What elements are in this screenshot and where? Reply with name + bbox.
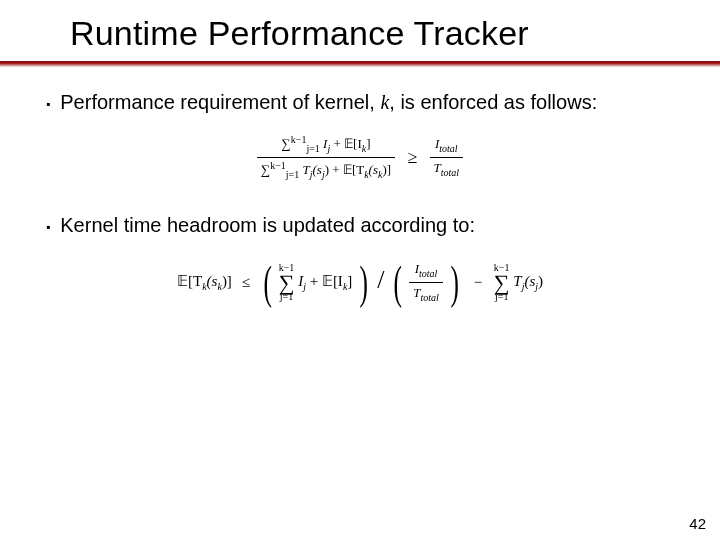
eq1-relation: ≥	[399, 147, 425, 168]
eq2-ratio: Itotal Ttotal	[409, 261, 443, 304]
bullet-2-text: Kernel time headroom is updated accordin…	[60, 212, 674, 239]
ETk2-close: )]	[222, 273, 232, 289]
page-number: 42	[689, 515, 706, 532]
ETk2: 𝔼[T	[177, 273, 202, 289]
eq2-group1: k−1 ∑ j=1 Ij + 𝔼[Ik]	[279, 263, 353, 303]
bullet-marker: ▪	[46, 96, 50, 112]
eq2-minus: −	[466, 274, 490, 291]
equation-1: ∑k−1j=1 Ij + 𝔼[Ik] ∑k−1j=1 Tj(sj) + 𝔼[Tk…	[46, 134, 674, 182]
lparen-1: (	[263, 263, 271, 302]
rparen-1: )	[360, 263, 368, 302]
eq2-last: Tj(sj)	[513, 273, 543, 292]
Ttot2-sub: total	[420, 292, 438, 303]
ETk2-arg: (s	[207, 273, 218, 289]
slide: Runtime Performance Tracker ▪ Performanc…	[0, 0, 720, 540]
eq2-relation: ≤	[236, 274, 256, 291]
EIk2: 𝔼[I	[322, 273, 343, 289]
sub: j=1	[306, 143, 319, 154]
sigma-glyph: ∑	[279, 273, 295, 293]
sub2: j=1	[286, 169, 299, 180]
bullet-2: ▪ Kernel time headroom is updated accord…	[46, 212, 674, 239]
ETk-close: )]	[382, 163, 391, 178]
bullet-1-var: k	[380, 91, 389, 113]
bullet-1-prefix: Performance requirement of kernel,	[60, 91, 380, 113]
bullet-1-suffix: , is enforced as follows:	[389, 91, 597, 113]
Ttot: T	[434, 160, 441, 175]
Tj2-close: )	[538, 273, 543, 289]
rparen-2: )	[450, 263, 458, 302]
Tj-close: )	[325, 163, 329, 178]
Tj2: T	[513, 273, 521, 289]
sigma-1: k−1 ∑ j=1	[279, 263, 295, 303]
lparen-2: (	[394, 263, 402, 302]
eq1-left-fraction: ∑k−1j=1 Ij + 𝔼[Ik] ∑k−1j=1 Tj(sj) + 𝔼[Tk…	[257, 134, 395, 182]
Tj2-arg: (s	[524, 273, 535, 289]
slide-title: Runtime Performance Tracker	[0, 0, 720, 61]
Ij2-sub: j	[303, 281, 306, 292]
ETk: 𝔼[T	[343, 163, 364, 178]
eq2-divide-slash: /	[375, 265, 386, 295]
eq1-numerator: ∑k−1j=1 Ij + 𝔼[Ik]	[257, 134, 395, 158]
sigma-2: k−1 ∑ j=1	[494, 263, 510, 303]
eq1-rden: Ttotal	[430, 158, 464, 179]
Tj-arg: (s	[313, 163, 322, 178]
EIk2-close: ]	[347, 273, 352, 289]
eq2-ratio-num: Itotal	[409, 261, 443, 283]
bullet-1: ▪ Performance requirement of kernel, k, …	[46, 89, 674, 116]
ETk-arg: (s	[369, 163, 378, 178]
Itot2-sub: total	[419, 267, 437, 278]
sup2: k−1	[270, 160, 286, 171]
EIk-close: ]	[366, 136, 370, 151]
Ij-sub: j	[327, 143, 330, 154]
bullet-1-text: Performance requirement of kernel, k, is…	[60, 89, 674, 116]
bullet-marker-2: ▪	[46, 219, 50, 235]
sigma-glyph-2: ∑	[494, 273, 510, 293]
eq1-right-fraction: Itotal Ttotal	[430, 136, 464, 179]
Ttot-sub: total	[441, 167, 459, 178]
eq1-denominator: ∑k−1j=1 Tj(sj) + 𝔼[Tk(sk)]	[257, 158, 395, 181]
Tj: T	[303, 163, 310, 178]
sup: k−1	[291, 134, 307, 145]
eq1-rnum: Itotal	[430, 136, 464, 158]
s1b: j=1	[279, 292, 295, 302]
s2b: j=1	[494, 292, 510, 302]
Itot-sub: total	[439, 143, 457, 154]
eq2-ratio-den: Ttotal	[409, 283, 443, 304]
eq2-lhs: 𝔼[Tk(sk)]	[177, 272, 232, 292]
equation-2: 𝔼[Tk(sk)] ≤ ( k−1 ∑ j=1 Ij + 𝔼[Ik] ) / (…	[46, 261, 674, 304]
EIk: 𝔼[I	[344, 136, 362, 151]
slide-body: ▪ Performance requirement of kernel, k, …	[0, 67, 720, 304]
